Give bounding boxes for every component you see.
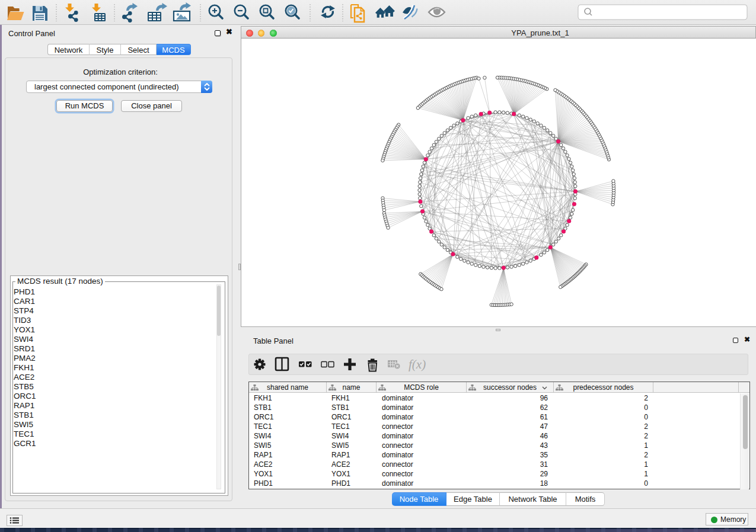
svg-text:f(x): f(x) [409,357,426,371]
